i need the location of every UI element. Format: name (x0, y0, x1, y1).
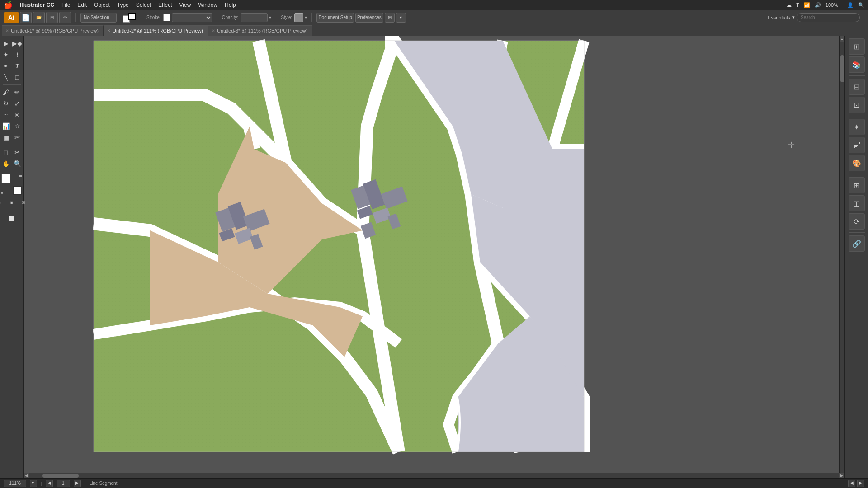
workspace-dropdown-icon[interactable]: ▾ (792, 14, 795, 20)
search-icon[interactable]: 🔍 (858, 2, 864, 8)
fill-color-front[interactable] (1, 174, 10, 183)
menu-object[interactable]: Object (94, 2, 110, 8)
zoom-tool[interactable]: 🔍 (12, 158, 23, 169)
opacity-input[interactable]: 100% (241, 13, 268, 22)
menu-edit[interactable]: Edit (77, 2, 87, 8)
tool-row-10: ◻ ✂ (0, 147, 23, 158)
app-icon-group: Ai 📄 📂 ⊞ ✏ (3, 12, 72, 23)
brush-btn[interactable]: ✏ (59, 12, 71, 23)
tab2-close[interactable]: ✕ (107, 28, 111, 33)
sep3 (217, 13, 217, 22)
swap-icon[interactable]: ⇄ (19, 174, 22, 178)
new-doc-btn[interactable]: 📄 (20, 12, 32, 23)
workspace-selector[interactable]: Essentials ▾ (768, 13, 865, 22)
scrollbar-horizontal[interactable]: ◀ ▶ (24, 473, 844, 478)
tab-untitled1[interactable]: ✕ Untitled-1* @ 90% (RGB/GPU Preview) (2, 25, 104, 36)
tab3-close[interactable]: ✕ (212, 28, 215, 33)
graph-tool[interactable]: 📊 (0, 121, 11, 131)
style-arrow[interactable]: ▾ (305, 15, 307, 20)
scroll-right-arrow[interactable]: ▶ (839, 473, 844, 479)
ai-logo: Ai (4, 12, 19, 23)
scroll-thumb-vertical[interactable] (840, 55, 844, 82)
page-input[interactable] (57, 480, 70, 487)
warp-tool[interactable]: ~ (0, 109, 11, 120)
menu-file[interactable]: File (61, 2, 70, 8)
style-box[interactable] (294, 13, 303, 22)
stroke-color-back[interactable] (13, 186, 22, 195)
grid-view-btn[interactable]: ⊞ (46, 12, 58, 23)
extra-btn1[interactable]: ⊞ (385, 13, 395, 23)
open-btn[interactable]: 📂 (33, 12, 45, 23)
menu-window[interactable]: Window (198, 2, 217, 8)
gradient-mode[interactable]: ▣ (6, 197, 17, 208)
color-mode-fill[interactable]: ■ (0, 197, 5, 208)
artboards-btn[interactable]: ⊡ (849, 97, 865, 113)
paintbrush-tool[interactable]: 🖌 (0, 87, 11, 98)
sep1 (75, 13, 76, 22)
prev-page-btn[interactable]: ◀ (46, 480, 53, 487)
slice-tool[interactable]: ✄ (12, 132, 23, 143)
scale-tool[interactable]: ⤢ (12, 98, 23, 109)
artboard-nav-left[interactable]: ◀ (848, 480, 855, 487)
magic-wand-tool[interactable]: ✦ (0, 49, 11, 60)
transform-panel-btn[interactable]: ⟳ (849, 213, 865, 230)
column-graph-tool[interactable]: ▦ (0, 132, 11, 143)
tab-untitled3[interactable]: ✕ Untitled-3* @ 111% (RGB/GPU Preview) (208, 25, 312, 36)
scroll-up-arrow[interactable]: ▲ (840, 36, 845, 42)
line-tool[interactable]: ╲ (0, 72, 11, 83)
rotate-tool[interactable]: ↻ (0, 98, 11, 109)
tab-untitled2[interactable]: ✕ Untitled-2* @ 111% (RGB/GPU Preview) (104, 25, 208, 36)
fill-stroke-color-picker[interactable]: ⇄ ■ (1, 174, 22, 195)
zoom-input[interactable]: 111% (4, 480, 26, 487)
tab1-close[interactable]: ✕ (5, 28, 9, 33)
menu-select[interactable]: Select (136, 2, 151, 8)
hand-tool[interactable]: ✋ (0, 158, 11, 169)
scroll-thumb-horizontal[interactable] (42, 474, 79, 478)
workspace-label: Essentials (768, 15, 790, 20)
eraser-tool[interactable]: ◻ (0, 147, 11, 158)
menu-effect[interactable]: Effect (158, 2, 172, 8)
app-name: Illustrator CC (20, 2, 54, 8)
symbol-tool[interactable]: ☆ (12, 121, 23, 131)
preferences-btn[interactable]: Preferences (355, 13, 383, 23)
menu-bar: 🍎 Illustrator CC File Edit Object Type S… (0, 0, 868, 10)
align-btn[interactable]: ⊞ (849, 177, 865, 193)
tool-row-5: 🖌 ✏ (0, 87, 23, 98)
menu-help[interactable]: Help (225, 2, 236, 8)
stroke-weight-select[interactable]: 3 pt. Round (172, 13, 212, 22)
scroll-left-arrow[interactable]: ◀ (24, 473, 29, 479)
swatches-btn[interactable]: 🎨 (849, 155, 865, 171)
lasso-tool[interactable]: ⌇ (12, 49, 23, 60)
stroke-color[interactable] (163, 14, 170, 21)
scrollbar-vertical[interactable]: ▲ (839, 36, 844, 478)
next-page-btn[interactable]: ▶ (74, 480, 81, 487)
opacity-arrow[interactable]: ▾ (269, 15, 271, 20)
symbols-btn[interactable]: ✦ (849, 119, 865, 135)
properties-btn[interactable]: ⊞ (849, 38, 865, 55)
stroke-box[interactable] (128, 13, 136, 20)
shape-tool[interactable]: □ (12, 72, 23, 83)
links-btn[interactable]: 🔗 (849, 235, 865, 252)
pen-tool[interactable]: ✒ (0, 61, 11, 71)
pencil-tool[interactable]: ✏ (12, 87, 23, 98)
search-input[interactable] (797, 13, 860, 22)
direct-selection-tool[interactable]: ▶◆ (12, 38, 23, 49)
none-mode[interactable]: ☒ (18, 197, 29, 208)
layers-btn[interactable]: ⊟ (849, 79, 865, 95)
transform-tool[interactable]: ⊠ (12, 109, 23, 120)
zoom-dropdown[interactable]: ▾ (30, 480, 37, 487)
libraries-btn[interactable]: 📚 (849, 56, 865, 73)
scissors-tool[interactable]: ✂ (12, 147, 23, 158)
selection-tool[interactable]: ▶ (0, 38, 11, 49)
type-tool[interactable]: T (12, 61, 23, 71)
artboard-nav-right[interactable]: ▶ (857, 480, 864, 487)
wifi-icon: 📶 (804, 2, 810, 8)
pathfinder-btn[interactable]: ◫ (849, 195, 865, 211)
brushes-btn[interactable]: 🖌 (849, 137, 865, 153)
menu-type[interactable]: Type (117, 2, 129, 8)
draw-mode[interactable]: ⬜ (2, 213, 22, 224)
menu-view[interactable]: View (179, 2, 191, 8)
reset-icon[interactable]: ■ (1, 191, 4, 195)
document-setup-btn[interactable]: Document Setup (316, 13, 354, 23)
extra-btn2[interactable]: ▾ (396, 13, 406, 23)
